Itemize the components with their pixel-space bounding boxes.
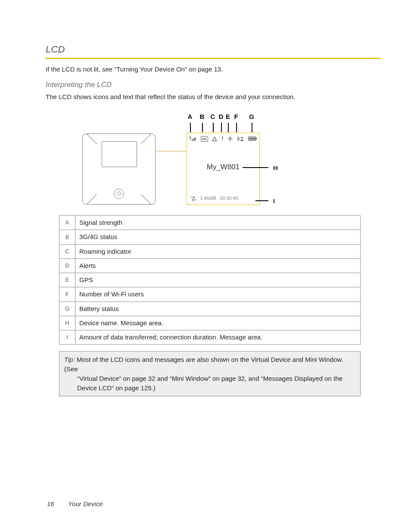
svg-rect-2 <box>193 139 194 141</box>
callout-letter: I <box>273 197 275 205</box>
lcd-data-amount: 1.45MB <box>200 195 216 202</box>
callout-leader <box>255 200 268 201</box>
data-transfer-icon <box>190 196 196 201</box>
legend-key: I <box>59 330 75 345</box>
callout-letter: H <box>273 164 278 172</box>
callout-tick <box>190 123 191 132</box>
legend-desc: Roaming indicator <box>75 244 361 258</box>
table-row: EGPS <box>59 273 361 287</box>
page-number: 16 <box>47 500 66 508</box>
alert-icon: ! <box>221 136 223 141</box>
intro-paragraph: If the LCD is not lit, see “Turning Your… <box>46 65 380 74</box>
legend-desc: 3G/4G status <box>75 230 361 244</box>
gps-icon <box>227 136 233 141</box>
document-page: LCD If the LCD is not lit, see “Turning … <box>0 0 411 532</box>
lcd-stats-row: 1.45MB 00:30:45 <box>187 195 259 202</box>
svg-rect-9 <box>249 138 250 140</box>
power-button-icon <box>114 189 124 199</box>
signal-strength-icon <box>190 136 196 141</box>
table-row: FNumber of Wi-Fi users <box>59 287 361 302</box>
callout-letter: F <box>234 112 238 121</box>
table-row: GBattery status <box>59 302 361 316</box>
wifi-users-count: 3 <box>237 136 240 142</box>
roaming-icon <box>212 137 217 141</box>
callout-letter: E <box>226 112 230 121</box>
legend-desc: Alerts <box>75 258 361 273</box>
device-outline <box>82 134 156 205</box>
footer-section: Your Device <box>68 500 103 507</box>
lcd-diagram: A B C D E F G <box>46 110 380 207</box>
legend-desc: Amount of data transferred; connection d… <box>75 330 361 345</box>
tip-label: Tip: <box>64 356 75 363</box>
svg-point-5 <box>229 138 231 140</box>
zoom-dotted-line <box>156 151 186 152</box>
page-footer: 16 Your Device <box>47 500 103 508</box>
table-row: CRoaming indicator <box>59 244 361 258</box>
callout-tick <box>202 123 203 132</box>
svg-rect-8 <box>256 138 257 140</box>
tip-text: Device LCD” on page 125.) <box>64 383 355 393</box>
callout-letter: D <box>219 112 224 121</box>
lcd-duration: 00:30:45 <box>220 195 238 202</box>
section-heading: LCD <box>46 43 380 56</box>
lcd-icon-row: 4G ! 3 <box>187 133 259 143</box>
table-row: HDevice name. Message area. <box>59 316 361 330</box>
legend-desc: Battery status <box>75 302 361 316</box>
svg-point-6 <box>241 137 243 139</box>
table-row: ASignal strength <box>59 216 361 230</box>
svg-rect-1 <box>192 140 193 141</box>
legend-key: A <box>59 216 75 230</box>
svg-rect-12 <box>254 138 255 140</box>
legend-key: D <box>59 258 75 273</box>
legend-key: F <box>59 287 75 302</box>
callout-leader <box>243 167 268 168</box>
legend-desc: Device name. Message area. <box>75 316 361 330</box>
callout-tick <box>252 123 252 132</box>
tip-text: Most of the LCD icons and messages are a… <box>64 356 343 373</box>
callout-tick <box>213 123 214 132</box>
legend-desc: Number of Wi-Fi users <box>75 287 361 302</box>
svg-rect-11 <box>252 138 254 140</box>
legend-key: H <box>59 316 75 330</box>
legend-table: ASignal strength B3G/4G status CRoaming … <box>59 215 361 345</box>
callout-letter: C <box>211 112 215 121</box>
legend-key: C <box>59 244 75 258</box>
heading-rule <box>46 58 380 59</box>
subsection-heading: Interpreting the LCD <box>46 80 380 90</box>
callout-tick <box>228 123 229 132</box>
legend-key: B <box>59 230 75 244</box>
callout-letter: G <box>249 112 254 121</box>
callout-letter: A <box>188 112 193 121</box>
legend-desc: Signal strength <box>75 216 361 230</box>
wifi-users-icon: 3 <box>237 136 244 142</box>
svg-point-0 <box>190 140 191 141</box>
device-screen-rect <box>102 141 137 167</box>
callout-tick <box>221 123 222 132</box>
battery-icon <box>248 137 257 141</box>
network-mode-icon: 4G <box>201 136 208 142</box>
tip-text: “Virtual Device” on page 32 and “Mini Wi… <box>64 374 355 383</box>
tip-box: Tip: Most of the LCD icons and messages … <box>59 351 361 396</box>
lcd-zoom-panel: 4G ! 3 <box>187 133 260 205</box>
table-row: B3G/4G status <box>59 230 361 244</box>
legend-key: G <box>59 302 75 316</box>
callout-tick <box>236 123 237 132</box>
table-row: IAmount of data transferred; connection … <box>59 330 361 345</box>
table-row: DAlerts <box>59 258 361 273</box>
legend-key: E <box>59 273 75 287</box>
svg-rect-3 <box>194 138 195 141</box>
subsection-intro: The LCD shows icons and text that reflec… <box>46 93 380 101</box>
svg-rect-4 <box>195 137 196 141</box>
svg-rect-10 <box>251 138 252 140</box>
legend-desc: GPS <box>75 273 361 287</box>
callout-letter: B <box>200 112 205 121</box>
